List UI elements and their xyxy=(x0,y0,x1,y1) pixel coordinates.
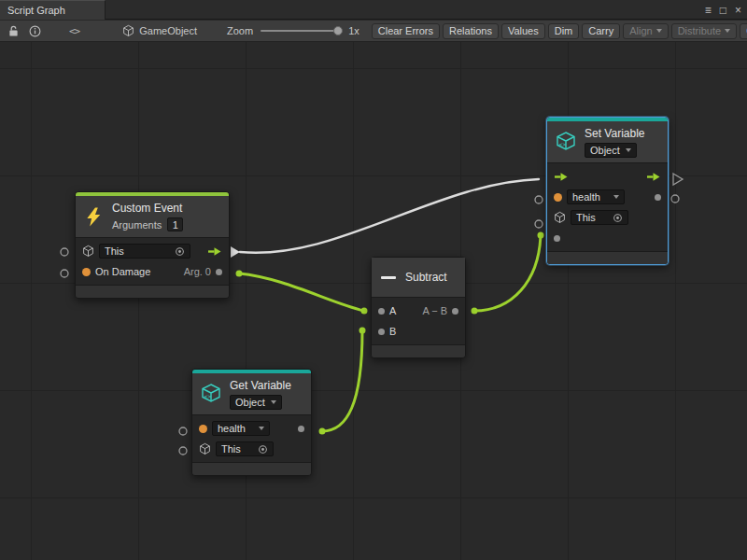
result-output-port[interactable] xyxy=(452,308,458,315)
svg-text:<>: <> xyxy=(559,141,567,148)
variable-name-label: health xyxy=(572,191,600,203)
maximize-icon[interactable]: □ xyxy=(720,5,726,16)
input-a-label: A xyxy=(389,305,396,316)
node-footer xyxy=(192,463,311,475)
dim-button[interactable]: Dim xyxy=(548,23,580,39)
input-a-port[interactable] xyxy=(378,308,385,315)
window-menu-icon[interactable]: ≡ xyxy=(705,5,712,16)
gameobject-label: GameObject xyxy=(139,25,197,36)
target-label: This xyxy=(105,245,124,257)
scope-label: Object xyxy=(590,145,620,156)
variable-name-port[interactable] xyxy=(199,425,207,433)
target-object-field[interactable]: This xyxy=(216,441,274,456)
variable-name-label: health xyxy=(218,423,246,434)
value-input-port[interactable] xyxy=(554,235,560,242)
node-footer xyxy=(372,345,465,357)
object-picker-icon[interactable] xyxy=(613,213,623,223)
flow-output-arrow-icon[interactable] xyxy=(646,172,661,182)
node-subtract[interactable]: Subtract A A − B B xyxy=(371,257,466,358)
chevron-down-icon xyxy=(626,148,631,152)
gameobject-cube-icon xyxy=(199,442,211,455)
target-object-field[interactable]: This xyxy=(571,210,628,225)
chevron-down-icon xyxy=(656,29,662,33)
chevron-down-icon xyxy=(271,400,276,404)
arguments-field[interactable]: 1 xyxy=(167,217,183,231)
variable-cube-icon: <> xyxy=(200,383,222,405)
arg0-label: Arg. 0 xyxy=(184,266,211,277)
value-output-port[interactable] xyxy=(655,194,661,201)
node-title: Get Variable xyxy=(230,379,291,392)
variable-scope-dropdown[interactable]: Object xyxy=(585,143,637,158)
node-footer xyxy=(547,252,668,264)
gameobject-cube-icon xyxy=(122,24,134,37)
svg-text:<>: <> xyxy=(204,393,212,400)
chevron-down-icon xyxy=(725,29,730,33)
value-output-port[interactable] xyxy=(298,426,304,432)
node-footer xyxy=(76,286,229,298)
lock-icon[interactable] xyxy=(8,25,19,37)
variable-scope-dropdown[interactable]: Object xyxy=(230,395,282,410)
node-title: Set Variable xyxy=(585,127,644,140)
flow-output-arrow-icon[interactable] xyxy=(207,246,222,257)
node-title: Custom Event xyxy=(112,202,183,215)
input-b-label: B xyxy=(389,326,396,337)
info-icon[interactable] xyxy=(29,25,41,37)
window-tab-bar: Script Graph ≡ □ × xyxy=(0,0,747,20)
gameobject-cube-icon xyxy=(554,211,566,224)
node-custom-event[interactable]: Custom Event Arguments 1 This xyxy=(75,191,230,299)
subtract-icon xyxy=(381,276,396,279)
chevron-down-icon xyxy=(613,195,619,199)
object-picker-icon[interactable] xyxy=(258,444,268,455)
target-label: This xyxy=(576,212,596,223)
target-object-field[interactable]: This xyxy=(99,244,190,259)
target-label: This xyxy=(221,443,241,455)
variable-name-port[interactable] xyxy=(554,193,562,202)
zoom-value: 1x xyxy=(348,25,359,36)
node-set-variable[interactable]: <> Set Variable Object health xyxy=(546,117,669,265)
object-picker-icon[interactable] xyxy=(175,246,185,257)
graph-toolbar: <> GameObject Zoom 1x Clear Errors Relat… xyxy=(0,21,747,42)
node-get-variable[interactable]: <> Get Variable Object health This xyxy=(191,369,312,476)
clear-errors-button[interactable]: Clear Errors xyxy=(372,23,440,39)
lightning-icon xyxy=(83,206,105,228)
distribute-button: Distribute xyxy=(671,23,737,39)
values-button[interactable]: Values xyxy=(501,23,545,39)
overview-button[interactable]: Overv xyxy=(740,23,747,39)
variable-cube-icon: <> xyxy=(555,131,577,153)
node-title: Subtract xyxy=(405,271,447,284)
align-button: Align xyxy=(623,23,668,39)
zoom-slider[interactable] xyxy=(261,30,341,32)
variable-name-dropdown[interactable]: health xyxy=(212,421,270,436)
chevron-down-icon xyxy=(259,427,264,430)
event-name-label: On Damage xyxy=(95,266,150,277)
arguments-label: Arguments xyxy=(112,219,162,231)
event-name-port[interactable] xyxy=(82,268,91,276)
zoom-label: Zoom xyxy=(227,25,253,36)
result-label: A − B xyxy=(422,305,447,316)
variable-name-dropdown[interactable]: health xyxy=(567,189,625,204)
tab-script-graph[interactable]: Script Graph xyxy=(0,0,106,20)
gameobject-cube-icon xyxy=(82,245,94,258)
flow-input-arrow-icon[interactable] xyxy=(554,172,569,182)
relations-button[interactable]: Relations xyxy=(443,23,499,39)
edit-source-icon[interactable]: <> xyxy=(69,25,79,37)
scope-label: Object xyxy=(235,397,265,408)
zoom-slider-knob[interactable] xyxy=(333,26,343,35)
carry-button[interactable]: Carry xyxy=(582,23,620,39)
input-b-port[interactable] xyxy=(378,329,385,335)
arg0-output-port[interactable] xyxy=(216,269,222,275)
close-icon[interactable]: × xyxy=(735,5,741,16)
